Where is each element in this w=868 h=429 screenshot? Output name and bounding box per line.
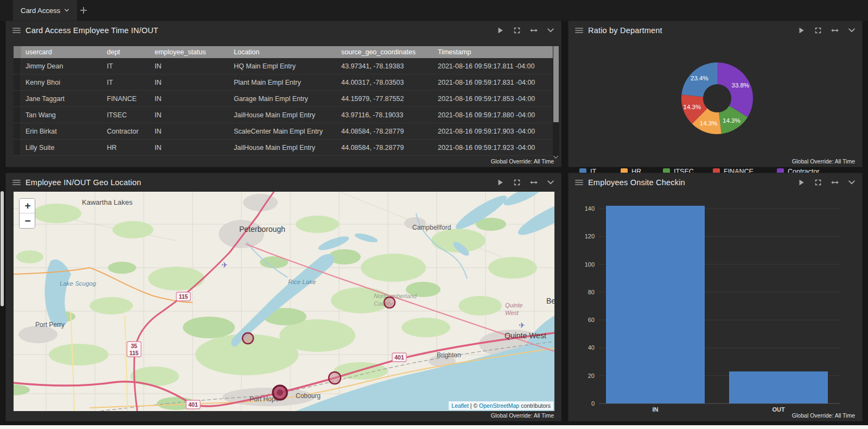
tab-card-access[interactable]: Card Access xyxy=(13,0,77,21)
table-cell: IT xyxy=(103,62,150,70)
highway-shield-number: 401 xyxy=(188,401,198,408)
play-icon[interactable] xyxy=(496,179,504,186)
donut-slice-contractor[interactable] xyxy=(717,62,753,117)
highway-shield-number: 115 xyxy=(130,350,139,356)
donut-chart: 33.8%14.3%14.3%14.3%23.4% xyxy=(569,41,863,163)
table-cell: 2021-08-16 09:59:17.831 -04:00 xyxy=(433,79,555,86)
map-label: Quinte xyxy=(505,302,522,308)
table-cell: IN xyxy=(150,62,229,70)
leaflet-link[interactable]: Leaflet xyxy=(451,402,469,409)
drag-handle-icon[interactable] xyxy=(575,179,583,186)
column-header[interactable]: usercard xyxy=(21,48,103,56)
play-icon[interactable] xyxy=(797,179,805,186)
employee-table: usercarddeptemployee_statusLocationsourc… xyxy=(14,46,555,156)
table-cell: Jane Taggart xyxy=(21,95,103,103)
column-header[interactable]: Location xyxy=(229,48,337,56)
table-cell: 43.97341, -78.19383 xyxy=(337,62,433,70)
map-label: West xyxy=(505,310,519,316)
add-tab-button[interactable] xyxy=(79,6,88,15)
collapse-panel-icon[interactable] xyxy=(848,179,856,186)
x-category-label: IN xyxy=(653,406,659,413)
column-header[interactable]: source_geo_coordinates xyxy=(337,48,433,56)
table-cell: IT xyxy=(103,79,150,86)
global-override-label: Global Override: All Time xyxy=(792,412,855,419)
airport-icon: ✈ xyxy=(221,261,228,269)
play-icon[interactable] xyxy=(797,27,805,34)
collapse-panel-icon[interactable] xyxy=(848,27,856,34)
table-row[interactable]: Erin BirkatContractorINScaleCenter Main … xyxy=(14,123,555,140)
column-header[interactable]: dept xyxy=(103,48,150,56)
donut-slice-label: 14.3% xyxy=(684,104,701,110)
column-header[interactable]: Timestamp xyxy=(433,48,555,56)
table-cell: Jimmy Dean xyxy=(21,62,103,70)
geo-marker-core xyxy=(277,389,283,396)
play-icon[interactable] xyxy=(496,27,504,34)
table-row[interactable]: Tan WangITSECINJailHouse Main Empl Entry… xyxy=(14,107,555,123)
table-cell: 44.08584, -78.28779 xyxy=(337,144,433,152)
collapse-panel-icon[interactable] xyxy=(547,179,554,186)
table-cell: Plant Main Empl Entry xyxy=(229,79,337,86)
map-attribution: Leaflet | © OpenStreetMap contributors xyxy=(449,401,553,410)
map-label: Belle xyxy=(546,296,554,305)
table-cell: IN xyxy=(150,144,229,152)
global-override-label: Global Override: All Time xyxy=(491,158,554,165)
scrollbar-thumb[interactable] xyxy=(553,46,559,122)
table-row[interactable]: Kenny BhoiITINPlant Main Empl Entry44.00… xyxy=(14,74,555,91)
resize-horizontal-icon[interactable] xyxy=(530,179,538,186)
donut-slice-label: 23.4% xyxy=(691,75,709,81)
column-header[interactable]: employee_status xyxy=(150,48,229,56)
map-label: Brighton xyxy=(437,351,461,359)
table-scrollbar[interactable] xyxy=(553,46,559,158)
leaflet-map[interactable]: Kawartha LakesPeterboroughCampbellfordLa… xyxy=(14,192,554,411)
table-cell: 2021-08-16 09:59:17.923 -04:00 xyxy=(433,144,555,152)
map-label: Cobourg xyxy=(296,392,321,400)
row-gutter xyxy=(14,46,21,58)
y-tick-label: 140 xyxy=(585,205,595,212)
expand-icon[interactable] xyxy=(513,27,521,34)
geo-marker[interactable] xyxy=(384,297,395,308)
resize-horizontal-icon[interactable] xyxy=(530,27,538,34)
table-cell: HR xyxy=(103,144,150,152)
panel-employees-onsite-checkin: Employees Onsite Checkin 020406080100120… xyxy=(568,173,863,421)
table-cell: 2021-08-16 09:59:17.880 -04:00 xyxy=(433,111,555,119)
bar-in[interactable] xyxy=(606,206,705,403)
panel-header: Employees Onsite Checkin xyxy=(569,173,862,192)
table-cell: 2021-08-16 09:59:17.853 -04:00 xyxy=(433,95,555,103)
zoom-out-button[interactable]: − xyxy=(20,213,35,228)
x-category-label: OUT xyxy=(772,406,785,413)
y-tick-label: 20 xyxy=(588,373,595,379)
highway-shield-number: 35 xyxy=(131,343,137,349)
openstreetmap-link[interactable]: OpenStreetMap xyxy=(479,402,519,409)
collapse-panel-icon[interactable] xyxy=(547,27,554,34)
map-label: Northumberland xyxy=(374,293,417,299)
resize-horizontal-icon[interactable] xyxy=(831,179,839,186)
page-scrollbar[interactable] xyxy=(1,191,4,306)
expand-icon[interactable] xyxy=(814,27,822,34)
panel-header: Ratio by Department xyxy=(569,21,862,40)
map-label: Peterborough xyxy=(239,225,285,234)
row-gutter xyxy=(14,140,21,155)
expand-icon[interactable] xyxy=(513,179,521,186)
y-tick-label: 100 xyxy=(585,261,595,268)
panel-ratio-by-department: Ratio by Department 33.8%14.3%14.3%14.3%… xyxy=(568,21,863,167)
drag-handle-icon[interactable] xyxy=(12,179,21,186)
expand-icon[interactable] xyxy=(814,179,822,186)
y-tick-label: 40 xyxy=(588,344,595,351)
zoom-in-button[interactable]: + xyxy=(20,199,35,213)
row-gutter xyxy=(14,91,21,106)
drag-handle-icon[interactable] xyxy=(575,27,583,34)
table-row[interactable]: Jimmy DeanITINHQ Main Empl Entry43.97341… xyxy=(14,58,555,74)
y-tick-label: 80 xyxy=(588,289,595,295)
bar-out[interactable] xyxy=(729,371,828,403)
resize-horizontal-icon[interactable] xyxy=(831,27,839,34)
geo-marker[interactable] xyxy=(329,372,341,384)
map-label: Port Perry xyxy=(35,321,65,329)
tab-label: Card Access xyxy=(21,7,60,15)
panel-header: Card Access Employee Time IN/OUT xyxy=(6,21,561,40)
table-row[interactable]: Lilly SuiteHRINJailHouse Main Empl Entry… xyxy=(14,140,555,156)
table-cell: JailHouse Main Empl Entry xyxy=(229,111,337,119)
drag-handle-icon[interactable] xyxy=(12,27,21,34)
chevron-down-icon xyxy=(64,8,69,13)
table-row[interactable]: Jane TaggartFINANCEINGarage Main Empl En… xyxy=(14,91,555,107)
geo-marker[interactable] xyxy=(242,333,253,344)
